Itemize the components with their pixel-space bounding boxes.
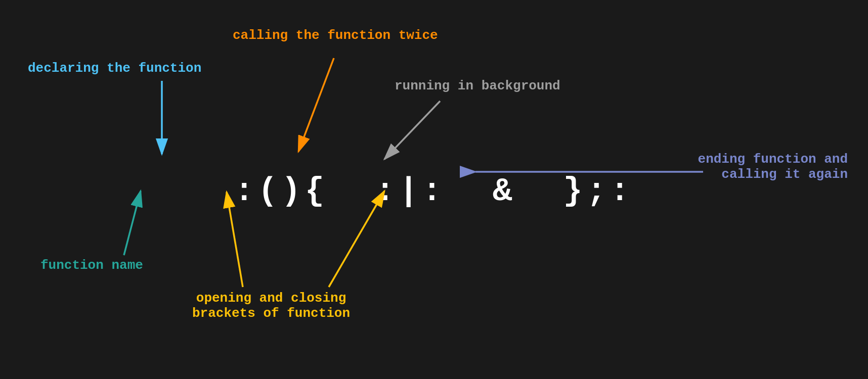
- label-declaring: declaring the function: [28, 61, 201, 76]
- diagram-container: :(){ :|: & };: declaring the function ca…: [0, 0, 868, 379]
- label-running: running in background: [395, 78, 560, 93]
- label-function-name: function name: [40, 258, 143, 273]
- label-ending: ending function and calling it again: [698, 152, 848, 182]
- arrow-running: [384, 101, 440, 159]
- label-calling: calling the function twice: [233, 28, 438, 43]
- arrow-function-name: [124, 191, 141, 255]
- arrow-calling: [298, 58, 334, 152]
- label-brackets: opening and closing brackets of function: [192, 291, 350, 321]
- fork-bomb-code: :(){ :|: & };:: [235, 173, 634, 210]
